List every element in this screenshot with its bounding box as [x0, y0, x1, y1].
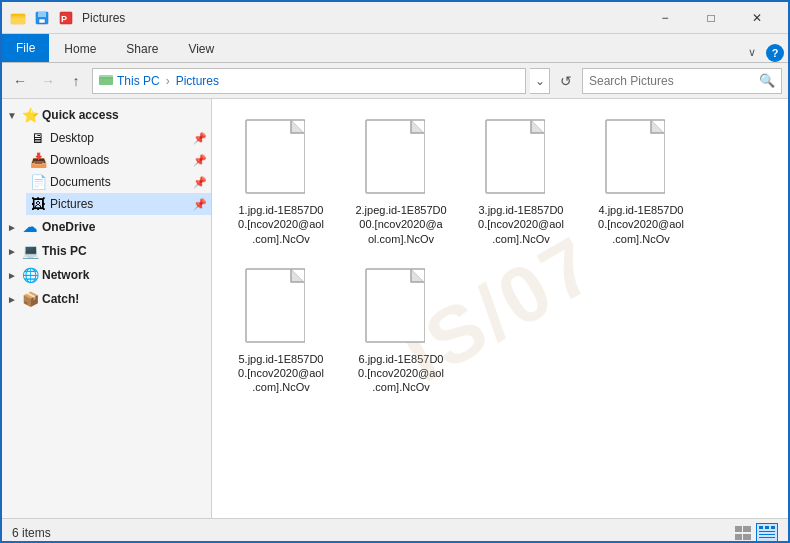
svg-rect-20	[765, 526, 769, 529]
window-title: Pictures	[82, 11, 642, 25]
address-bar: ← → ↑ This PC › Pictures ⌄ ↺ 🔍	[2, 63, 788, 99]
content-area: IS/07 1.jpg.id-1E857D00.[ncov2020@aol.co…	[212, 99, 788, 518]
sidebar-downloads-label: Downloads	[50, 153, 189, 167]
sidebar-network-label: Network	[42, 268, 207, 282]
svg-rect-22	[759, 531, 775, 532]
sidebar-section-onedrive[interactable]: ► ☁ OneDrive	[2, 215, 211, 239]
path-part-pictures[interactable]: Pictures	[176, 74, 219, 88]
chevron-right-icon-4: ►	[6, 294, 18, 305]
file-item-6[interactable]: 6.jpg.id-1E857D00.[ncov2020@aol.com].NcO…	[346, 262, 456, 401]
save-quick-icon[interactable]	[32, 8, 52, 28]
svg-rect-23	[759, 534, 775, 535]
pin-icon-2: 📌	[193, 154, 207, 167]
main-layout: ▼ ⭐ Quick access 🖥 Desktop 📌 📥 Downloads…	[2, 99, 788, 518]
sidebar: ▼ ⭐ Quick access 🖥 Desktop 📌 📥 Downloads…	[2, 99, 212, 518]
sidebar-item-desktop[interactable]: 🖥 Desktop 📌	[26, 127, 211, 149]
file-grid: 1.jpg.id-1E857D00.[ncov2020@aol.com].NcO…	[222, 109, 778, 405]
pin-icon-3: 📌	[193, 176, 207, 189]
downloads-icon: 📥	[30, 152, 46, 168]
chevron-right-icon-2: ►	[6, 246, 18, 257]
sidebar-this-pc-label: This PC	[42, 244, 207, 258]
quick-access-items: 🖥 Desktop 📌 📥 Downloads 📌 📄 Documents 📌 …	[26, 127, 211, 215]
sidebar-item-pictures[interactable]: 🖼 Pictures 📌	[26, 193, 211, 215]
sidebar-section-network[interactable]: ► 🌐 Network	[2, 263, 211, 287]
svg-rect-17	[735, 534, 742, 540]
sidebar-section-quick-access[interactable]: ▼ ⭐ Quick access	[2, 103, 211, 127]
view-details-button[interactable]	[732, 523, 754, 543]
up-button[interactable]: ↑	[64, 69, 88, 93]
view-large-icons-button[interactable]	[756, 523, 778, 543]
star-icon: ⭐	[22, 107, 38, 123]
status-bar: 6 items	[2, 518, 788, 543]
ribbon-expand-icon[interactable]: ∨	[742, 42, 762, 62]
svg-rect-18	[743, 534, 751, 540]
window-controls: − □ ✕	[642, 2, 780, 34]
file-item-4[interactable]: 4.jpg.id-1E857D00.[ncov2020@aol.com].NcO…	[586, 113, 696, 252]
documents-icon: 📄	[30, 174, 46, 190]
address-dropdown[interactable]: ⌄	[530, 68, 550, 94]
chevron-down-icon: ▼	[6, 110, 18, 121]
refresh-button[interactable]: ↺	[554, 69, 578, 93]
sidebar-documents-label: Documents	[50, 175, 189, 189]
chevron-right-icon: ►	[6, 222, 18, 233]
forward-button[interactable]: →	[36, 69, 60, 93]
desktop-icon: 🖥	[30, 130, 46, 146]
file-name-4: 4.jpg.id-1E857D00.[ncov2020@aol.com].NcO…	[598, 203, 684, 246]
ribbon-tabs: File Home Share View ∨ ?	[2, 34, 788, 62]
search-input[interactable]	[589, 74, 759, 88]
back-button[interactable]: ←	[8, 69, 32, 93]
file-item-3[interactable]: 3.jpg.id-1E857D00.[ncov2020@aol.com].NcO…	[466, 113, 576, 252]
onedrive-icon: ☁	[22, 219, 38, 235]
sidebar-section-this-pc[interactable]: ► 💻 This PC	[2, 239, 211, 263]
properties-quick-icon[interactable]: P	[56, 8, 76, 28]
sidebar-section-catch[interactable]: ► 📦 Catch!	[2, 287, 211, 311]
view-buttons	[732, 523, 778, 543]
window-icon	[10, 10, 26, 26]
svg-rect-21	[771, 526, 775, 529]
title-bar: P Pictures − □ ✕	[2, 2, 788, 34]
minimize-button[interactable]: −	[642, 2, 688, 34]
svg-rect-16	[743, 526, 751, 532]
sidebar-catch-label: Catch!	[42, 292, 207, 306]
tab-file[interactable]: File	[2, 34, 49, 62]
file-item-2[interactable]: 2.jpeg.id-1E857D000.[ncov2020@aol.com].N…	[346, 113, 456, 252]
sidebar-onedrive-label: OneDrive	[42, 220, 207, 234]
file-icon-1	[245, 119, 317, 199]
tab-home[interactable]: Home	[49, 36, 111, 62]
quick-access-toolbar: P	[32, 8, 76, 28]
file-name-1: 1.jpg.id-1E857D00.[ncov2020@aol.com].NcO…	[238, 203, 324, 246]
sidebar-pictures-label: Pictures	[50, 197, 189, 211]
chevron-right-icon-3: ►	[6, 270, 18, 281]
sidebar-item-documents[interactable]: 📄 Documents 📌	[26, 171, 211, 193]
file-name-6: 6.jpg.id-1E857D00.[ncov2020@aol.com].NcO…	[358, 352, 444, 395]
close-button[interactable]: ✕	[734, 2, 780, 34]
path-separator: ›	[166, 74, 170, 88]
maximize-button[interactable]: □	[688, 2, 734, 34]
address-path[interactable]: This PC › Pictures	[92, 68, 526, 94]
search-box[interactable]: 🔍	[582, 68, 782, 94]
file-icon-4	[605, 119, 677, 199]
svg-rect-24	[759, 537, 775, 538]
catch-icon: 📦	[22, 291, 38, 307]
path-part-this-pc[interactable]: This PC	[117, 74, 160, 88]
pin-icon-4: 📌	[193, 198, 207, 211]
file-name-5: 5.jpg.id-1E857D00.[ncov2020@aol.com].NcO…	[238, 352, 324, 395]
items-count: 6 items	[12, 526, 51, 540]
pin-icon: 📌	[193, 132, 207, 145]
file-item-5[interactable]: 5.jpg.id-1E857D00.[ncov2020@aol.com].NcO…	[226, 262, 336, 401]
tab-view[interactable]: View	[173, 36, 229, 62]
file-icon-6	[365, 268, 437, 348]
file-item-1[interactable]: 1.jpg.id-1E857D00.[ncov2020@aol.com].NcO…	[226, 113, 336, 252]
pictures-icon: 🖼	[30, 196, 46, 212]
search-icon: 🔍	[759, 73, 775, 88]
sidebar-item-downloads[interactable]: 📥 Downloads 📌	[26, 149, 211, 171]
tab-share[interactable]: Share	[111, 36, 173, 62]
help-icon[interactable]: ?	[766, 44, 784, 62]
file-icon-2	[365, 119, 437, 199]
path-icon	[99, 72, 113, 89]
file-name-3: 3.jpg.id-1E857D00.[ncov2020@aol.com].NcO…	[478, 203, 564, 246]
svg-rect-3	[38, 12, 46, 17]
svg-rect-19	[759, 526, 763, 529]
this-pc-icon: 💻	[22, 243, 38, 259]
file-icon-5	[245, 268, 317, 348]
